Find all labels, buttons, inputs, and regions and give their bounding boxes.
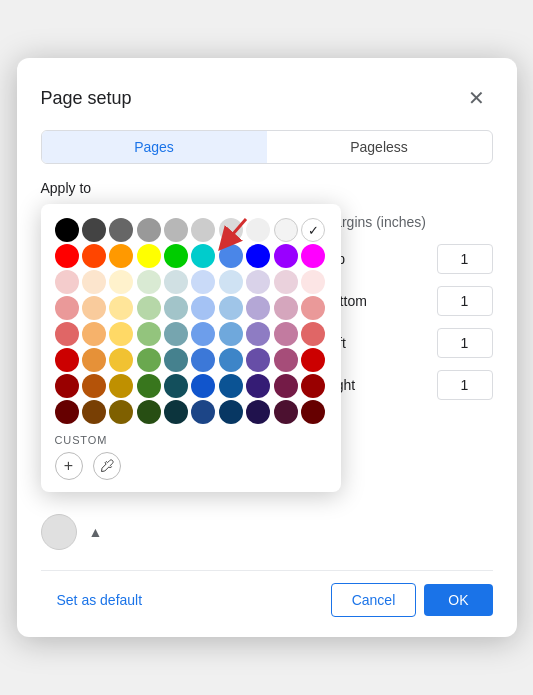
color-swatch[interactable] [164,322,188,346]
color-swatch[interactable] [301,400,325,424]
color-swatch[interactable] [137,374,161,398]
color-swatch[interactable] [274,270,298,294]
color-swatch-selected[interactable] [301,218,325,242]
color-swatch[interactable] [274,374,298,398]
color-swatch[interactable] [164,296,188,320]
color-swatch[interactable] [82,244,106,268]
color-swatch[interactable] [191,374,215,398]
color-swatch[interactable] [55,374,79,398]
color-swatch[interactable] [274,296,298,320]
color-swatch[interactable] [55,218,79,242]
color-swatch[interactable] [191,322,215,346]
color-swatch[interactable] [191,218,215,242]
color-swatch[interactable] [137,218,161,242]
color-swatch[interactable] [219,348,243,372]
color-swatch[interactable] [109,270,133,294]
color-swatch[interactable] [137,270,161,294]
color-swatch[interactable] [109,218,133,242]
tab-pages[interactable]: Pages [42,131,267,163]
dialog-header: Page setup ✕ [41,82,493,114]
color-swatch[interactable] [301,296,325,320]
color-swatch[interactable] [82,348,106,372]
color-swatch[interactable] [219,270,243,294]
color-swatch[interactable] [219,244,243,268]
color-swatch[interactable] [191,296,215,320]
color-swatch[interactable] [246,374,270,398]
color-swatch[interactable] [246,400,270,424]
color-swatch[interactable] [301,270,325,294]
color-swatch[interactable] [246,270,270,294]
color-swatch[interactable] [274,400,298,424]
color-swatch[interactable] [82,296,106,320]
set-as-default-button[interactable]: Set as default [41,584,159,616]
color-swatch[interactable] [191,348,215,372]
color-swatch[interactable] [274,322,298,346]
color-swatch[interactable] [301,244,325,268]
margin-right-row: Right [323,370,493,400]
color-swatch[interactable] [82,218,106,242]
color-swatch[interactable] [137,244,161,268]
color-swatch[interactable] [219,374,243,398]
close-button[interactable]: ✕ [461,82,493,114]
ok-button[interactable]: OK [424,584,492,616]
margins-panel: Margins (inches) Top Bottom Left Right [323,214,493,412]
margin-left-input[interactable] [437,328,493,358]
color-swatch[interactable] [55,296,79,320]
color-swatch[interactable] [246,218,270,242]
margin-top-row: Top [323,244,493,274]
color-swatch[interactable] [164,374,188,398]
tab-pageless[interactable]: Pageless [267,131,492,163]
color-swatch[interactable] [164,270,188,294]
color-swatch[interactable] [55,400,79,424]
color-swatch[interactable] [219,218,243,242]
color-swatch[interactable] [164,348,188,372]
color-swatch[interactable] [55,270,79,294]
color-swatch[interactable] [246,322,270,346]
color-swatch[interactable] [274,348,298,372]
color-swatch[interactable] [137,322,161,346]
color-swatch[interactable] [82,400,106,424]
color-swatch[interactable] [55,348,79,372]
color-swatch[interactable] [137,348,161,372]
custom-actions: + [55,452,327,480]
color-swatch[interactable] [191,244,215,268]
add-custom-color-button[interactable]: + [55,452,83,480]
color-swatch[interactable] [191,270,215,294]
color-swatch[interactable] [191,400,215,424]
color-swatch[interactable] [164,400,188,424]
color-swatch[interactable] [274,218,298,242]
margin-top-input[interactable] [437,244,493,274]
color-up-button[interactable]: ▲ [85,522,107,542]
color-swatch[interactable] [109,374,133,398]
color-swatch[interactable] [82,270,106,294]
color-swatch[interactable] [219,296,243,320]
dialog-footer: Set as default Cancel OK [41,570,493,617]
color-swatch[interactable] [82,322,106,346]
color-swatch[interactable] [109,348,133,372]
margin-bottom-input[interactable] [437,286,493,316]
color-swatch[interactable] [55,322,79,346]
color-swatch[interactable] [164,218,188,242]
color-swatch[interactable] [246,244,270,268]
color-swatch[interactable] [219,322,243,346]
eyedropper-button[interactable] [93,452,121,480]
color-swatch[interactable] [82,374,106,398]
color-swatch[interactable] [301,348,325,372]
color-swatch[interactable] [274,244,298,268]
color-swatch[interactable] [301,322,325,346]
color-swatch[interactable] [301,374,325,398]
color-swatch[interactable] [109,244,133,268]
color-swatch[interactable] [246,296,270,320]
color-swatch[interactable] [137,400,161,424]
color-swatch[interactable] [55,244,79,268]
color-swatch[interactable] [164,244,188,268]
custom-label: CUSTOM [55,434,327,446]
color-swatch[interactable] [109,322,133,346]
color-swatch[interactable] [219,400,243,424]
color-swatch[interactable] [109,400,133,424]
margin-right-input[interactable] [437,370,493,400]
color-swatch[interactable] [246,348,270,372]
cancel-button[interactable]: Cancel [331,583,417,617]
color-swatch[interactable] [137,296,161,320]
color-swatch[interactable] [109,296,133,320]
